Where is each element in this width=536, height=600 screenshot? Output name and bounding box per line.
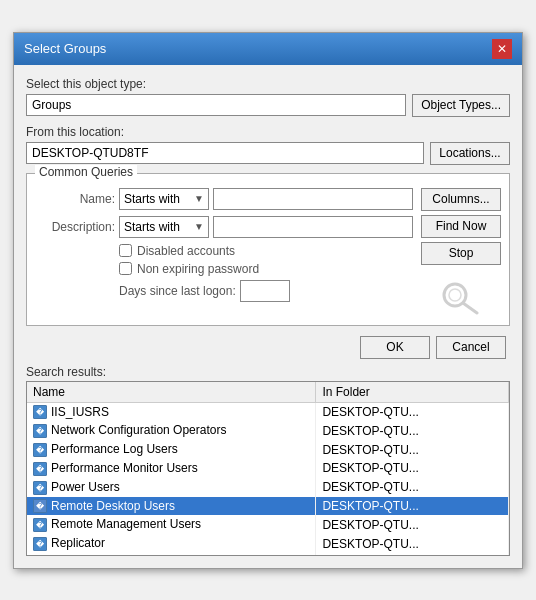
disabled-accounts-row: Disabled accounts (119, 244, 413, 258)
dialog-title: Select Groups (24, 41, 106, 56)
row-folder-cell: DESKTOP-QTU... (316, 515, 509, 534)
name-row: Name: Starts with ▼ (35, 188, 413, 210)
desc-combo-text: Starts with (124, 220, 190, 234)
group-icon: � (33, 462, 47, 476)
row-folder-cell: DESKTOP-QTU... (316, 402, 509, 421)
object-type-row: Object Types... (26, 94, 510, 117)
object-types-button[interactable]: Object Types... (412, 94, 510, 117)
object-type-label: Select this object type: (26, 77, 510, 91)
locations-button[interactable]: Locations... (430, 142, 510, 165)
columns-button[interactable]: Columns... (421, 188, 501, 211)
svg-point-2 (449, 289, 461, 301)
row-name-cell: �Replicator (27, 534, 316, 553)
name-starts-with-combo[interactable]: Starts with ▼ (119, 188, 209, 210)
group-icon: � (33, 537, 47, 551)
row-folder-cell: DESKTOP-QTU... (316, 534, 509, 553)
description-starts-with-combo[interactable]: Starts with ▼ (119, 216, 209, 238)
row-folder-cell: DESKTOP-QTU... (316, 440, 509, 459)
common-queries-content: Name: Starts with ▼ Description: Starts (35, 180, 501, 315)
group-icon: � (33, 405, 47, 419)
search-results-label: Search results: (26, 365, 510, 379)
inner-layout: Name: Starts with ▼ Description: Starts (35, 188, 501, 315)
common-queries-groupbox: Common Queries Name: Starts with ▼ (26, 173, 510, 326)
description-row: Description: Starts with ▼ (35, 216, 413, 238)
row-name-cell: �IIS_IUSRS (27, 402, 316, 421)
right-buttons: Columns... Find Now Stop (421, 188, 501, 315)
results-table-container[interactable]: Name In Folder �IIS_IUSRSDESKTOP-QTU...�… (26, 381, 510, 556)
desc-combo-arrow: ▼ (194, 221, 204, 232)
disabled-accounts-checkbox[interactable] (119, 244, 132, 257)
row-folder-cell: DESKTOP-QTU... (316, 478, 509, 497)
inner-left: Name: Starts with ▼ Description: Starts (35, 188, 413, 315)
days-label: Days since last logon: (119, 284, 236, 298)
location-input[interactable] (26, 142, 424, 164)
group-icon: � (33, 481, 47, 495)
non-expiring-checkbox[interactable] (119, 262, 132, 275)
close-button[interactable]: ✕ (492, 39, 512, 59)
disabled-accounts-label: Disabled accounts (137, 244, 235, 258)
description-label: Description: (35, 220, 115, 234)
group-icon: � (33, 518, 47, 532)
cancel-button[interactable]: Cancel (436, 336, 506, 359)
name-value-input[interactable] (213, 188, 413, 210)
row-name-cell: �Performance Monitor Users (27, 459, 316, 478)
row-name-cell: �Remote Desktop Users (27, 497, 316, 516)
group-icon: � (33, 443, 47, 457)
row-folder-cell: DESKTOP-QTU... (316, 553, 509, 555)
group-icon: � (33, 499, 47, 513)
row-name-cell: �Network Configuration Operators (27, 421, 316, 440)
table-row[interactable]: �Remote Desktop UsersDESKTOP-QTU... (27, 497, 509, 516)
table-row[interactable]: �Remote Management UsersDESKTOP-QTU... (27, 515, 509, 534)
table-row[interactable]: �ReplicatorDESKTOP-QTU... (27, 534, 509, 553)
col-folder-header: In Folder (316, 382, 509, 403)
title-bar: Select Groups ✕ (14, 33, 522, 65)
dialog-body: Select this object type: Object Types...… (14, 65, 522, 568)
row-folder-cell: DESKTOP-QTU... (316, 497, 509, 516)
stop-button[interactable]: Stop (421, 242, 501, 265)
common-queries-tab[interactable]: Common Queries (35, 165, 137, 179)
watermark-area (421, 269, 501, 315)
location-label: From this location: (26, 125, 510, 139)
object-type-input[interactable] (26, 94, 406, 116)
non-expiring-label: Non expiring password (137, 262, 259, 276)
name-combo-text: Starts with (124, 192, 190, 206)
location-row: Locations... (26, 142, 510, 165)
find-now-button[interactable]: Find Now (421, 215, 501, 238)
description-value-input[interactable] (213, 216, 413, 238)
search-icon (437, 279, 485, 315)
table-row[interactable]: �Power UsersDESKTOP-QTU... (27, 478, 509, 497)
table-row[interactable]: �Performance Log UsersDESKTOP-QTU... (27, 440, 509, 459)
results-table: Name In Folder �IIS_IUSRSDESKTOP-QTU...�… (27, 382, 509, 556)
bottom-buttons: OK Cancel (26, 336, 510, 359)
row-name-cell: �System Managed Accounts Group (27, 553, 316, 555)
row-name-cell: �Remote Management Users (27, 515, 316, 534)
table-row[interactable]: �System Managed Accounts GroupDESKTOP-QT… (27, 553, 509, 555)
select-groups-dialog: Select Groups ✕ Select this object type:… (13, 32, 523, 569)
name-combo-arrow: ▼ (194, 193, 204, 204)
table-row[interactable]: �IIS_IUSRSDESKTOP-QTU... (27, 402, 509, 421)
col-name-header: Name (27, 382, 316, 403)
group-icon: � (33, 424, 47, 438)
svg-line-1 (463, 303, 477, 313)
days-input[interactable] (240, 280, 290, 302)
row-name-cell: �Performance Log Users (27, 440, 316, 459)
row-name-cell: �Power Users (27, 478, 316, 497)
row-folder-cell: DESKTOP-QTU... (316, 421, 509, 440)
non-expiring-row: Non expiring password (119, 262, 413, 276)
days-row: Days since last logon: (35, 280, 413, 302)
table-header-row: Name In Folder (27, 382, 509, 403)
ok-button[interactable]: OK (360, 336, 430, 359)
row-folder-cell: DESKTOP-QTU... (316, 459, 509, 478)
table-row[interactable]: �Network Configuration OperatorsDESKTOP-… (27, 421, 509, 440)
table-row[interactable]: �Performance Monitor UsersDESKTOP-QTU... (27, 459, 509, 478)
name-label: Name: (35, 192, 115, 206)
